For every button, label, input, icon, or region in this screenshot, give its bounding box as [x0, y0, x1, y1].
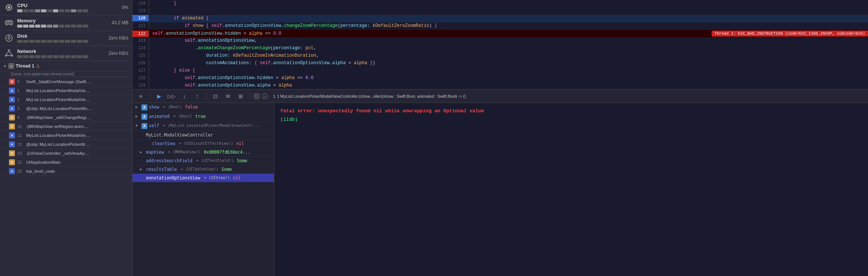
stack-frame-10[interactable]: ⊡ 10 -[MKMapView setRegion:anim....: [0, 122, 132, 131]
disk-value: Zero KB/s: [102, 35, 128, 41]
thread-icon: [254, 93, 260, 99]
network-value: Zero KB/s: [102, 51, 128, 56]
thread-warning-icon: ⚠: [36, 63, 40, 69]
code-line-128: 128 self.annotationOptionsView.hidden = …: [132, 75, 868, 82]
expand-icon: ▶: [140, 150, 144, 154]
stack-frame-23[interactable]: A 23 top_level_code: [0, 167, 132, 176]
stack-frame-0[interactable]: ⊡ 0 Swift._fatalErrorMessage (Swift....: [0, 77, 132, 86]
right-panel: 118 } 119 120 if animated { 121 if show …: [132, 0, 868, 276]
svg-line-32: [9, 51, 12, 55]
stack-frame-11[interactable]: A 11 MyList.LocationPickerModalVie....: [0, 131, 132, 140]
var-type-icon: A: [141, 114, 147, 120]
svg-point-26: [8, 37, 10, 39]
cpu-bars: [17, 9, 99, 12]
memory-value: 43.2 MB: [102, 20, 128, 25]
svg-text:⊡: ⊡: [10, 65, 12, 68]
code-editor: 118 } 119 120 if animated { 121 if show …: [132, 0, 868, 90]
svg-point-28: [8, 50, 10, 51]
module-icon: A: [262, 93, 268, 99]
variables-panel: ▶ A show = (Bool) false ▶ A animated = (…: [132, 103, 274, 276]
stack-frame-icon-13: ⊡: [9, 150, 15, 156]
console-panel: fatal error: unexpectedly found nil whil…: [274, 103, 868, 276]
var-self[interactable]: ▼ A self = (MyList.LocationPickerModalVi…: [132, 122, 274, 131]
console-prompt: (lldb): [280, 117, 862, 122]
thread-header: ▼ ⊡ Thread 1 ⚠: [0, 61, 132, 71]
toolbar-sep-3: [250, 92, 250, 100]
svg-line-31: [6, 51, 9, 55]
stack-frame-icon-12: A: [9, 141, 15, 147]
expand-icon: ▶: [140, 167, 144, 171]
stack-frame-13[interactable]: ⊡ 13 -[UIViewController _setViewAp....: [0, 149, 132, 158]
stack-frame-3[interactable]: A 3 @objc MyList.LocationPickerMo....: [0, 104, 132, 113]
svg-text:A: A: [264, 95, 266, 98]
toolbar-sep-1: [150, 92, 150, 100]
code-line-118: 118 }: [132, 0, 868, 7]
disk-icon: [4, 33, 14, 43]
step-over-button[interactable]: ▷▷: [166, 91, 177, 101]
var-clearview[interactable]: clearView = (UIVisualEffectView!) nil: [132, 139, 274, 148]
cpu-stat: CPU 0%: [0, 0, 132, 15]
continue-button[interactable]: ▶: [154, 91, 164, 101]
code-line-129: 129 self.annotationOptionsView.alpha = a…: [132, 82, 868, 89]
stack-frame-4[interactable]: ⊡ 4 -[MKMapView _willChangeRegi....: [0, 113, 132, 122]
var-show[interactable]: ▶ A show = (Bool) false: [132, 103, 274, 112]
thread-queue: Queue: com.apple.main-thread (serial): [7, 71, 132, 77]
cpu-value: 0%: [102, 5, 128, 10]
code-line-123: 123 self.annotationOptionsView,: [132, 37, 868, 45]
stack-frame-icon-2: A: [9, 97, 15, 103]
memory-stat: Memory 43.2 MB: [0, 15, 132, 31]
var-annotation-options-view[interactable]: annotationOptionsView = (UIView!) nil: [132, 174, 274, 182]
thread-name: Thread 1: [16, 63, 34, 69]
var-mapview[interactable]: ▶ mapView = (MKMapView!) 0x00007fd638ec4…: [132, 148, 274, 157]
cpu-label: CPU: [17, 3, 99, 8]
var-address-search[interactable]: addressSearchField = (UITextField!) Some: [132, 157, 274, 165]
toolbar-sep-2: [206, 92, 206, 100]
layout-button[interactable]: ⊞: [235, 91, 246, 101]
stack-frame-icon-11: A: [9, 132, 15, 138]
disk-label: Disk: [17, 33, 99, 39]
expand-icon: [140, 133, 144, 137]
code-line-120: 120 if animated {: [132, 15, 868, 22]
step-into-button[interactable]: ↓: [179, 91, 190, 101]
network-icon: [4, 48, 14, 59]
memory-bars: [17, 25, 99, 28]
var-modal-vc[interactable]: MyList.ModalViewController: [132, 131, 274, 139]
expand-icon: [140, 176, 144, 180]
code-line-124: 124 .animateChangeZoomPercentage(percent…: [132, 45, 868, 52]
stack-frame-22[interactable]: ⊡ 22 UIApplicationMain: [0, 158, 132, 167]
menu-button[interactable]: ≡: [135, 91, 146, 101]
code-lines: 118 } 119 120 if animated { 121 if show …: [132, 0, 868, 89]
stack-frame-1[interactable]: A 1 MyList.LocationPickerModalVie....: [0, 86, 132, 95]
console-error-line1: fatal error: unexpectedly found nil whil…: [280, 107, 862, 115]
expand-icon: ▶: [135, 105, 140, 109]
error-tooltip: Thread 1: EXC_BAD_INSTRUCTION (code=EXC_…: [712, 31, 868, 37]
network-bars: [17, 55, 99, 58]
expand-icon: ▶: [135, 114, 140, 118]
left-panel: CPU 0%: [0, 0, 132, 276]
share-button[interactable]: ✉: [223, 91, 233, 101]
code-line-127: 127 } else {: [132, 67, 868, 75]
stack-frame-2[interactable]: A 2 MyList.LocationPickerModalVie....: [0, 95, 132, 104]
expand-icon: [146, 141, 150, 145]
disk-stat: Disk Zero KB/s: [0, 31, 132, 46]
stack-frame-icon-4: ⊡: [9, 115, 15, 120]
svg-rect-14: [5, 21, 13, 24]
stack-frame-icon-23: A: [9, 168, 15, 174]
var-results-table[interactable]: ▶ resultsTable = (UITableView!) Some: [132, 165, 274, 174]
step-out-button[interactable]: ↑: [192, 91, 202, 101]
cpu-icon: [4, 2, 14, 13]
code-line-119: 119: [132, 7, 868, 15]
memory-icon: [4, 18, 14, 28]
var-animated[interactable]: ▶ A animated = (Bool) true: [132, 112, 274, 122]
breadcrumb-number: 1: [273, 94, 275, 98]
stack-frame-icon-3: A: [9, 106, 15, 112]
disk-bars: [17, 40, 99, 43]
stack-frame-icon-0: ⊡: [9, 79, 15, 85]
frame-view-button[interactable]: ⊡: [210, 91, 221, 101]
bottom-area: ▶ A show = (Bool) false ▶ A animated = (…: [132, 103, 868, 276]
var-type-icon: A: [141, 123, 147, 129]
stack-frame-icon-1: A: [9, 88, 15, 94]
breadcrumb-text: 1 MyList.LocationPickerModalViewControll…: [277, 94, 466, 98]
code-line-122: 122 self.annotationOptionsView.hidden = …: [132, 30, 868, 37]
stack-frame-12[interactable]: A 12 @objc MyList.LocationPickerM....: [0, 140, 132, 149]
